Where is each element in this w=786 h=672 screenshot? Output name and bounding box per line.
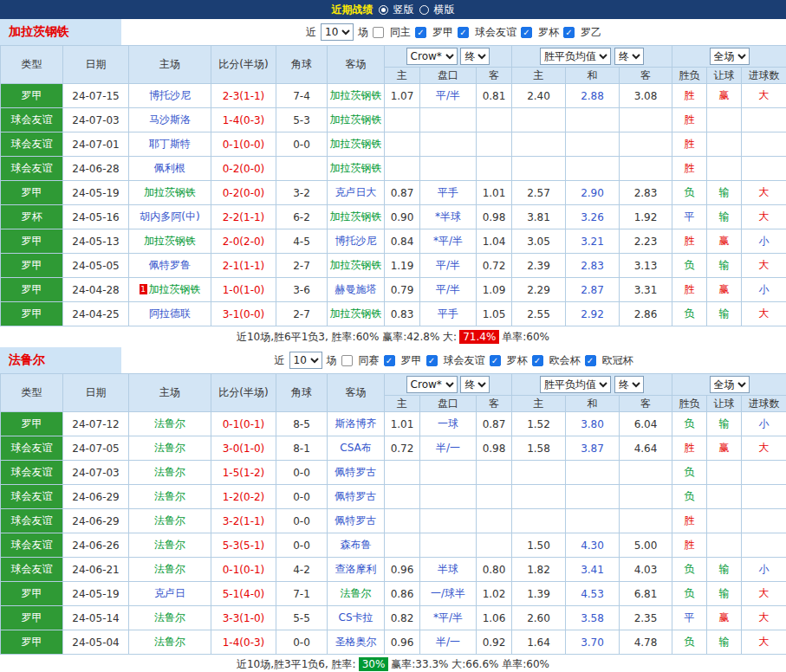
euro-draw-odds-cell: 3.70 (566, 630, 620, 655)
odds-stage-select[interactable]: 终 (460, 48, 490, 65)
home-team-link[interactable]: 马沙斯洛 (149, 113, 191, 126)
away-team-link[interactable]: 佩特罗古 (335, 490, 377, 502)
same-home-checkbox[interactable] (373, 27, 384, 38)
horizontal-layout-radio[interactable] (419, 5, 429, 15)
goals-result-cell: 大 (742, 630, 786, 655)
home-team-link[interactable]: 胡内多阿(中) (140, 210, 199, 223)
away-team-link[interactable]: 斯洛博齐 (335, 417, 377, 430)
league-checkbox[interactable] (521, 27, 532, 38)
euro-stage-select[interactable]: 终 (614, 376, 644, 393)
home-team-link[interactable]: 法鲁尔 (154, 539, 185, 551)
handicap-result-cell: 输 (707, 558, 742, 582)
section-filter-bar: 法鲁尔 近 10 场 同赛 罗甲 球会友谊 罗杯 欧会杯 欧冠杯 (0, 347, 786, 373)
odds-company-select[interactable]: Crow* (406, 376, 458, 393)
match-date-cell: 24-05-16 (63, 205, 129, 229)
home-team-link[interactable]: 克卢日 (154, 587, 185, 599)
col-header-euro-away: 客 (620, 68, 672, 84)
away-team-link[interactable]: CS卡拉 (339, 611, 374, 624)
euro-stage-select[interactable]: 终 (614, 48, 644, 65)
match-date-cell: 24-05-14 (63, 606, 129, 630)
home-team-link[interactable]: 法鲁尔 (154, 611, 185, 624)
result-cell: 平 (672, 205, 707, 229)
col-header-corner: 角球 (276, 374, 328, 412)
away-team-link[interactable]: 加拉茨钢铁 (330, 162, 382, 174)
league-checkbox[interactable] (458, 27, 469, 38)
col-header-handicap: 盘口 (420, 68, 477, 84)
home-team-link[interactable]: 加拉茨钢铁 (149, 283, 201, 295)
league-checkbox[interactable] (384, 355, 395, 366)
corner-cell: 3-2 (276, 181, 328, 205)
goals-result-cell: 小 (742, 558, 786, 582)
league-checkbox[interactable] (563, 27, 575, 38)
summary-highlight: 71.4% (459, 330, 499, 344)
away-team-link[interactable]: 佩特罗古 (335, 514, 377, 527)
summary-text: 近10场,胜3平1负6, 胜率: (237, 657, 356, 672)
away-team-link[interactable]: 法鲁尔 (341, 587, 372, 599)
away-team-link[interactable]: 佩特罗古 (335, 466, 377, 478)
league-checkbox[interactable] (415, 27, 426, 38)
odds-stage-select[interactable]: 终 (460, 376, 490, 393)
home-team-link[interactable]: 法鲁尔 (154, 466, 185, 478)
away-team-link[interactable]: 森布鲁 (341, 539, 372, 551)
home-team-link[interactable]: 耶丁斯特 (149, 138, 191, 150)
away-team-link[interactable]: 加拉茨钢铁 (330, 89, 382, 101)
home-team-link[interactable]: 法鲁尔 (154, 490, 185, 502)
home-team-link[interactable]: 法鲁尔 (154, 514, 185, 527)
vertical-layout-radio[interactable] (379, 5, 388, 15)
euro-average-select[interactable]: 胜平负均值 (540, 48, 611, 65)
result-cell: 胜 (672, 509, 707, 533)
home-team-link[interactable]: 阿拉德联 (149, 307, 191, 320)
euro-home-odds-cell: 1.52 (512, 412, 566, 436)
asian-handicap-cell (420, 108, 477, 132)
match-row: 球会友谊24-07-03马沙斯洛1-4(0-3)5-3加拉茨钢铁胜 (1, 108, 786, 132)
score-cell: 2-2(1-1) (211, 205, 276, 229)
home-team-cell: 佩特罗鲁 (129, 254, 211, 278)
league-checkbox[interactable] (585, 355, 596, 366)
corner-cell: 8-1 (276, 436, 328, 461)
odds-company-select[interactable]: Crow* (406, 48, 458, 65)
league-checkbox[interactable] (426, 355, 438, 366)
match-count-select[interactable]: 10 (321, 23, 354, 41)
away-team-link[interactable]: 赫曼施塔 (335, 283, 377, 295)
home-team-link[interactable]: 法鲁尔 (154, 417, 185, 430)
col-header-euro-draw: 和 (566, 396, 620, 412)
euro-average-select[interactable]: 胜平负均值 (540, 376, 611, 393)
scope-select[interactable]: 全场 (710, 376, 750, 393)
away-team-link[interactable]: 加拉茨钢铁 (330, 210, 382, 223)
home-team-cell: 法鲁尔 (129, 558, 211, 582)
same-competition-checkbox[interactable] (341, 355, 353, 366)
asian-away-odds-cell: 0.92 (477, 630, 512, 655)
asian-away-odds-cell: 0.98 (477, 436, 512, 461)
euro-away-odds-cell: 2.83 (620, 181, 672, 205)
away-team-link[interactable]: 加拉茨钢铁 (330, 259, 382, 271)
league-label: 罗杯 (507, 353, 528, 368)
home-team-link[interactable]: 佩利根 (154, 162, 185, 174)
euro-home-odds-cell: 2.39 (512, 254, 566, 278)
league-checkbox[interactable] (490, 355, 501, 366)
euro-away-odds-cell (620, 485, 672, 509)
league-checkbox[interactable] (532, 355, 543, 366)
away-team-link[interactable]: 加拉茨钢铁 (330, 113, 382, 126)
col-header-euro-away: 客 (620, 396, 672, 412)
away-team-link[interactable]: 圣格奥尔 (335, 636, 377, 648)
away-team-link[interactable]: 查洛摩利 (335, 563, 377, 575)
away-team-link[interactable]: CSA布 (340, 442, 371, 454)
home-team-link[interactable]: 博托沙尼 (149, 89, 191, 101)
home-team-link[interactable]: 法鲁尔 (154, 442, 185, 454)
away-team-link[interactable]: 博托沙尼 (335, 235, 377, 247)
asian-away-odds-cell (477, 485, 512, 509)
match-count-select[interactable]: 10 (289, 352, 322, 369)
league-type-cell: 球会友谊 (1, 436, 63, 461)
away-team-link[interactable]: 加拉茨钢铁 (330, 307, 382, 320)
home-team-link[interactable]: 加拉茨钢铁 (144, 186, 196, 198)
score-cell: 0-1(0-1) (211, 412, 276, 436)
home-team-link[interactable]: 加拉茨钢铁 (144, 235, 196, 247)
scope-select[interactable]: 全场 (710, 48, 750, 65)
col-header-asian-home: 主 (385, 396, 420, 412)
away-team-link[interactable]: 克卢日大 (335, 186, 377, 198)
home-team-link[interactable]: 佩特罗鲁 (149, 259, 191, 271)
near-label: 近 (306, 25, 316, 40)
away-team-link[interactable]: 加拉茨钢铁 (330, 138, 382, 150)
home-team-link[interactable]: 法鲁尔 (154, 636, 185, 648)
home-team-link[interactable]: 法鲁尔 (154, 563, 185, 575)
